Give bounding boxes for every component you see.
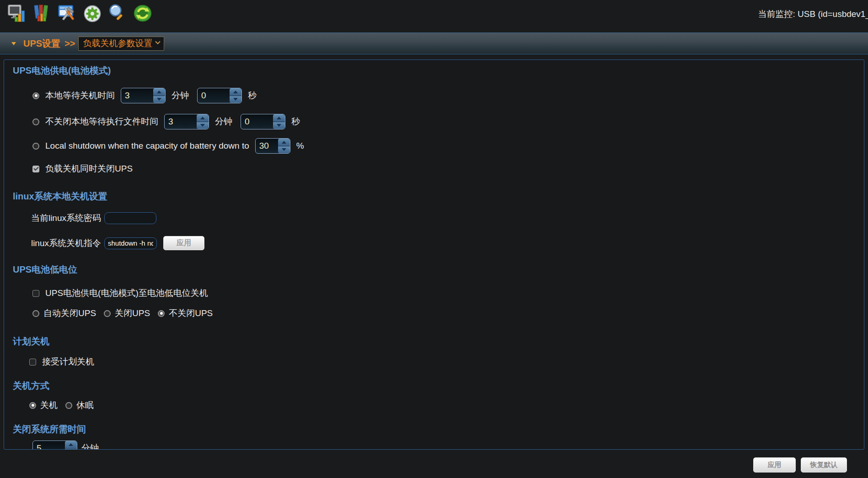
linux-command-apply-button[interactable]: 应用 — [163, 236, 204, 250]
log-records-button[interactable] — [32, 2, 53, 26]
row-accept-scheduled: 接受计划关机 — [29, 356, 94, 367]
breadcrumb: UPS设置 >> 负载关机参数设置 — [0, 32, 868, 54]
close-ups-radio[interactable] — [104, 310, 111, 317]
toolbar-icon-group — [6, 2, 153, 26]
monitor-chart-icon — [7, 3, 27, 26]
wait-exec-seconds-input[interactable] — [241, 114, 273, 129]
parameter-settings-button[interactable] — [57, 2, 78, 26]
spin-up-button[interactable] — [278, 139, 290, 146]
close-ups-label: 关闭UPS — [115, 307, 150, 319]
shutdown-label: 关机 — [40, 399, 58, 411]
spin-down-button[interactable] — [278, 146, 290, 154]
close-time-input[interactable] — [33, 441, 65, 450]
restore-defaults-button[interactable]: 恢复默认 — [801, 457, 847, 473]
row-local-wait-shutdown: 本地等待关机时间 分钟 秒 — [32, 87, 261, 104]
row-linux-password: 当前linux系统密码 — [30, 212, 156, 225]
row-shutdown-method-options: 关机 休眠 — [29, 400, 94, 411]
low-battery-shutdown-checkbox[interactable] — [32, 290, 39, 297]
wait-exec-label: 不关闭本地等待执行文件时间 — [45, 116, 158, 128]
local-wait-seconds-spinner — [197, 88, 242, 103]
capacity-label: Local shutdown when the capacity of batt… — [45, 141, 249, 151]
spin-down-button[interactable] — [197, 122, 209, 129]
spin-up-button[interactable] — [230, 88, 241, 96]
option-auto-close-ups: 自动关闭UPS — [32, 307, 96, 319]
row-system-close-time: 分钟 — [32, 440, 103, 450]
monitor-status-button[interactable] — [6, 2, 27, 26]
chevron-down-icon — [155, 39, 161, 44]
gear-icon — [82, 3, 102, 26]
local-wait-minutes-input[interactable] — [121, 88, 153, 103]
capacity-input[interactable] — [256, 139, 278, 153]
monitor-status-text: 当前监控: USB (id=usbdev1_ — [758, 8, 868, 20]
page-select-dropdown[interactable]: 负载关机参数设置 — [78, 37, 164, 51]
window-tools-icon — [57, 3, 77, 26]
option-hibernate: 休眠 — [65, 399, 94, 411]
linux-password-input[interactable] — [104, 212, 156, 224]
spin-down-button[interactable] — [153, 96, 165, 103]
hibernate-radio[interactable] — [65, 402, 72, 409]
low-battery-shutdown-label: UPS电池供电(电池模式)至电池低电位关机 — [45, 287, 208, 299]
spin-down-button[interactable] — [230, 96, 241, 103]
section-title-scheduled-shutdown: 计划关机 — [13, 335, 49, 347]
section-title-system-close-time: 关闭系统所需时间 — [13, 423, 86, 435]
shutdown-ups-checkbox[interactable] — [32, 166, 39, 172]
collapse-caret-icon[interactable] — [11, 42, 16, 45]
option-shutdown: 关机 — [29, 399, 58, 411]
no-close-ups-label: 不关闭UPS — [169, 307, 213, 319]
wait-exec-minutes-input[interactable] — [165, 114, 197, 129]
apply-button[interactable]: 应用 — [753, 457, 796, 473]
spin-up-button[interactable] — [153, 88, 165, 96]
option-no-close-ups: 不关闭UPS — [158, 307, 213, 319]
linux-command-input[interactable] — [104, 237, 157, 249]
wait-exec-radio[interactable] — [32, 118, 39, 125]
magnifier-icon — [107, 3, 128, 26]
wait-exec-seconds-spinner — [241, 114, 285, 129]
breadcrumb-separator: >> — [64, 38, 75, 49]
section-title-low-battery: UPS电池低电位 — [13, 263, 77, 275]
shutdown-radio[interactable] — [29, 402, 36, 409]
row-wait-exec-file: 不关闭本地等待执行文件时间 分钟 秒 — [32, 113, 304, 130]
settings-panel: UPS电池供电(电池模式) 本地等待关机时间 分钟 秒 不关闭本地等待执行文件时… — [4, 59, 864, 450]
spin-down-button[interactable] — [65, 449, 77, 450]
auto-close-ups-radio[interactable] — [32, 310, 39, 317]
section-title-linux-shutdown: linux系统本地关机设置 — [13, 190, 107, 202]
spin-up-button[interactable] — [273, 114, 285, 122]
accept-scheduled-label: 接受计划关机 — [42, 356, 94, 368]
refresh-button[interactable] — [132, 2, 153, 26]
top-toolbar: 当前监控: USB (id=usbdev1_ — [0, 0, 868, 32]
wait-exec-minutes-spinner — [164, 114, 209, 129]
hibernate-label: 休眠 — [76, 399, 94, 411]
percent-unit-label: % — [296, 141, 304, 151]
option-close-ups: 关闭UPS — [104, 307, 150, 319]
linux-password-label: 当前linux系统密码 — [30, 212, 101, 224]
auto-close-ups-label: 自动关闭UPS — [43, 307, 96, 319]
system-settings-button[interactable] — [82, 2, 103, 26]
section-title-shutdown-method: 关机方式 — [13, 380, 49, 392]
breadcrumb-section: UPS设置 — [23, 38, 60, 50]
row-linux-command: linux系统关机指令 应用 — [30, 236, 204, 250]
search-view-button[interactable] — [107, 2, 128, 26]
minutes-unit-label: 分钟 — [171, 90, 189, 102]
refresh-icon — [133, 3, 153, 26]
shutdown-ups-label: 负载关机同时关闭UPS — [45, 163, 133, 175]
minutes-unit-label: 分钟 — [215, 116, 232, 128]
close-time-spinner — [32, 440, 77, 450]
capacity-spinner — [255, 138, 290, 154]
row-shutdown-ups-too: 负载关机同时关闭UPS — [32, 163, 133, 174]
local-wait-minutes-spinner — [121, 88, 166, 103]
section-title-battery-mode: UPS电池供电(电池模式) — [13, 64, 111, 76]
capacity-radio[interactable] — [32, 143, 39, 150]
local-wait-radio[interactable] — [32, 92, 39, 99]
row-low-battery-shutdown: UPS电池供电(电池模式)至电池低电位关机 — [32, 288, 208, 299]
local-wait-label: 本地等待关机时间 — [45, 90, 115, 102]
spin-down-button[interactable] — [273, 122, 285, 129]
spin-up-button[interactable] — [197, 114, 209, 122]
row-capacity-shutdown: Local shutdown when the capacity of batt… — [32, 138, 308, 154]
books-chart-icon — [32, 3, 52, 26]
local-wait-seconds-input[interactable] — [198, 88, 230, 103]
linux-command-label: linux系统关机指令 — [30, 237, 101, 249]
accept-scheduled-checkbox[interactable] — [29, 359, 36, 365]
seconds-unit-label: 秒 — [291, 116, 300, 128]
no-close-ups-radio[interactable] — [158, 310, 165, 317]
spin-up-button[interactable] — [65, 441, 77, 449]
